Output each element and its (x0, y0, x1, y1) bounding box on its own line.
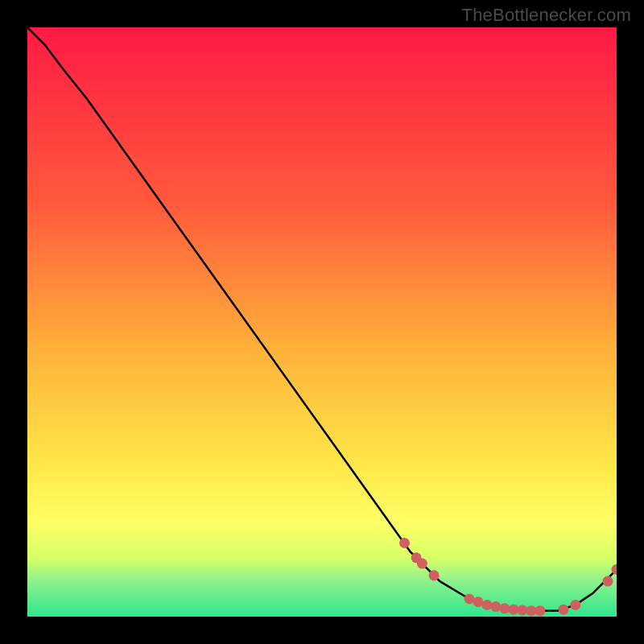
data-marker (570, 600, 580, 610)
data-marker (464, 594, 475, 605)
data-marker (490, 601, 501, 612)
chart-background (27, 27, 617, 617)
chart-frame: TheBottlenecker.com (0, 0, 644, 644)
watermark-text: TheBottlenecker.com (462, 5, 631, 26)
data-marker (535, 605, 545, 616)
data-marker (603, 576, 613, 587)
data-marker (399, 538, 410, 548)
data-marker (473, 597, 484, 607)
data-marker (559, 605, 569, 615)
chart-plot (27, 27, 617, 617)
data-marker (417, 559, 427, 569)
data-marker (499, 603, 510, 613)
data-marker (482, 600, 493, 610)
data-marker (429, 570, 440, 580)
chart-svg (27, 27, 617, 617)
